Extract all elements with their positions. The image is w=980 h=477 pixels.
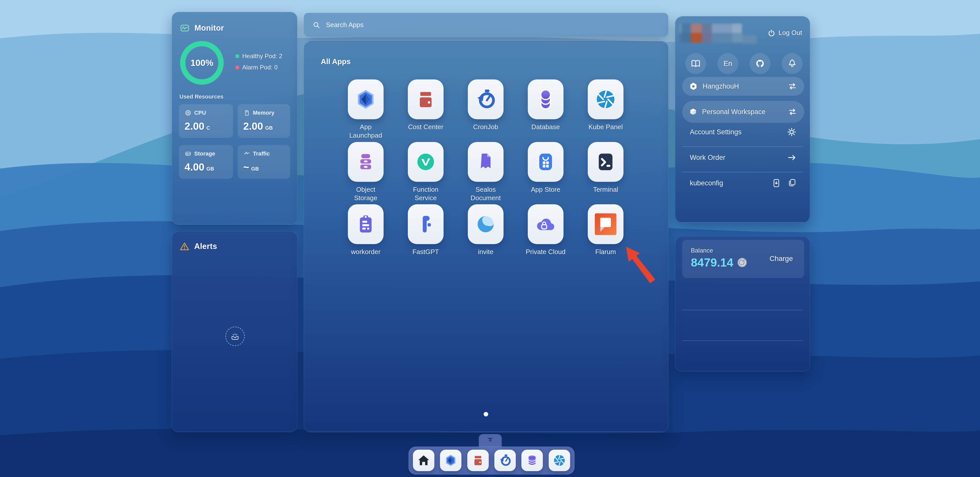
- storage-icon: [185, 150, 192, 157]
- sealos-desktop: Monitor 100% Healthy Pod: 2 Alarm Pod: 0…: [0, 0, 980, 477]
- monitor-title: Monitor: [194, 24, 224, 33]
- switch-region-icon[interactable]: [788, 81, 797, 91]
- search-icon: [312, 21, 321, 29]
- memory-icon: [243, 109, 250, 116]
- github-button[interactable]: [749, 53, 770, 74]
- billing-panel: Balance 8479.14 Charge Expected used 407…: [675, 236, 810, 371]
- gear-icon[interactable]: [786, 127, 797, 137]
- cronjob-icon: [498, 453, 512, 467]
- traffic-icon: [243, 150, 250, 157]
- sealos-document-icon: [468, 142, 504, 182]
- kube-panel-icon: [552, 453, 566, 467]
- app-launchpad-icon: [348, 80, 383, 119]
- flarum-icon: [588, 204, 624, 244]
- function-service-icon: [408, 142, 444, 182]
- app-cronjob[interactable]: CronJob: [455, 80, 516, 131]
- app-cost-center[interactable]: Cost Center: [396, 80, 456, 131]
- cronjob-icon: [468, 80, 504, 119]
- workorder-icon: [348, 204, 383, 244]
- download-kubeconfig-icon[interactable]: [772, 178, 781, 188]
- legend-healthy-pod: Healthy Pod: 2: [235, 53, 282, 60]
- language-label: En: [724, 59, 732, 68]
- private-cloud-icon: [528, 204, 563, 244]
- legend-alarm-pod: Alarm Pod: 0: [235, 64, 282, 71]
- divider: [682, 340, 803, 341]
- alerts-title: Alerts: [194, 242, 217, 251]
- divider: [682, 310, 803, 310]
- arrow-right-icon[interactable]: [787, 152, 797, 163]
- dock-cost-center[interactable]: [467, 450, 489, 471]
- resource-card-cpu: CPU 2.00C: [179, 104, 233, 138]
- dock-kube-panel[interactable]: [549, 450, 570, 471]
- dock-collapse-tab[interactable]: [479, 434, 502, 448]
- divider: [682, 146, 803, 147]
- all-apps-title: All Apps: [321, 57, 351, 66]
- book-icon: [690, 58, 701, 69]
- coin-icon: [737, 257, 748, 268]
- app-terminal[interactable]: Terminal: [576, 142, 636, 194]
- app-object-storage[interactable]: Object Storage: [336, 142, 396, 202]
- resource-card-traffic: Traffic ~GB: [238, 145, 290, 179]
- kube-panel-icon: [588, 80, 624, 119]
- kubeconfig-row: kubeconfig: [690, 177, 797, 189]
- pod-health-percent: 100%: [178, 38, 226, 87]
- resource-card-memory: Memory 2.00GB: [238, 104, 290, 138]
- monitor-panel: Monitor 100% Healthy Pod: 2 Alarm Pod: 0…: [172, 12, 298, 225]
- home-icon: [417, 453, 431, 467]
- monitor-icon: [180, 23, 190, 33]
- work-order-row[interactable]: Work Order: [690, 152, 797, 164]
- app-workorder[interactable]: workorder: [336, 204, 396, 256]
- dock-cronjob[interactable]: [494, 450, 516, 471]
- workspace-cube-icon: [689, 107, 697, 116]
- docs-button[interactable]: [685, 53, 706, 74]
- notifications-button[interactable]: [782, 53, 803, 74]
- database-icon: [528, 80, 563, 119]
- app-function-service[interactable]: Function Service: [396, 142, 456, 202]
- database-icon: [525, 453, 539, 467]
- cost-center-icon: [471, 453, 485, 467]
- alarm-dot: [235, 65, 239, 69]
- app-app-launchpad[interactable]: App Launchpad: [336, 80, 396, 140]
- copy-kubeconfig-icon[interactable]: [788, 178, 797, 188]
- resource-card-storage: Storage 4.00GB: [179, 145, 233, 179]
- healthy-dot: [235, 54, 239, 58]
- user-panel: Log Out En HangzhouH Personal Workspace: [675, 16, 810, 223]
- account-settings-row[interactable]: Account Settings: [690, 126, 797, 138]
- used-resources-title: Used Resources: [180, 94, 223, 100]
- search-input[interactable]: [325, 21, 633, 29]
- pod-health-donut: 100%: [178, 38, 226, 87]
- workspace-selector[interactable]: Personal Workspace: [682, 101, 804, 123]
- logout-button[interactable]: Log Out: [768, 29, 802, 37]
- language-button[interactable]: En: [718, 53, 738, 74]
- object-storage-icon: [348, 142, 383, 182]
- page-indicator-dot[interactable]: [484, 412, 488, 416]
- balance-card: Balance 8479.14 Charge: [682, 240, 804, 278]
- alerts-empty-state-icon: [225, 327, 245, 346]
- divider: [682, 172, 803, 172]
- app-private-cloud[interactable]: Private Cloud: [515, 204, 576, 256]
- search-bar[interactable]: [304, 13, 668, 37]
- bell-icon: [787, 58, 797, 69]
- app-kube-panel[interactable]: Kube Panel: [576, 80, 636, 131]
- region-selector[interactable]: HangzhouH: [682, 77, 804, 96]
- app-database[interactable]: Database: [515, 80, 576, 131]
- app-invite[interactable]: invite: [455, 204, 516, 256]
- switch-workspace-icon[interactable]: [788, 107, 797, 117]
- app-launchpad-icon: [444, 453, 458, 467]
- cpu-icon: [185, 109, 192, 116]
- app-app-store[interactable]: App Store: [515, 142, 576, 194]
- balance-label: Balance: [691, 247, 713, 254]
- dock-home-button[interactable]: [413, 450, 434, 471]
- balance-value: 8479.14: [691, 255, 733, 270]
- app-fastgpt[interactable]: FastGPT: [396, 204, 456, 256]
- app-sealos-document[interactable]: Sealos Document: [455, 142, 516, 202]
- red-arrow-annotation: [620, 242, 661, 289]
- user-name-redacted: [679, 23, 761, 44]
- dock-app-launchpad[interactable]: [440, 450, 461, 471]
- charge-button[interactable]: Charge: [770, 255, 793, 263]
- alert-triangle-icon: [180, 241, 189, 252]
- fastgpt-icon: [408, 204, 444, 244]
- alerts-panel: Alerts: [172, 231, 298, 432]
- dock-database[interactable]: [522, 450, 543, 471]
- app-store-icon: [528, 142, 563, 182]
